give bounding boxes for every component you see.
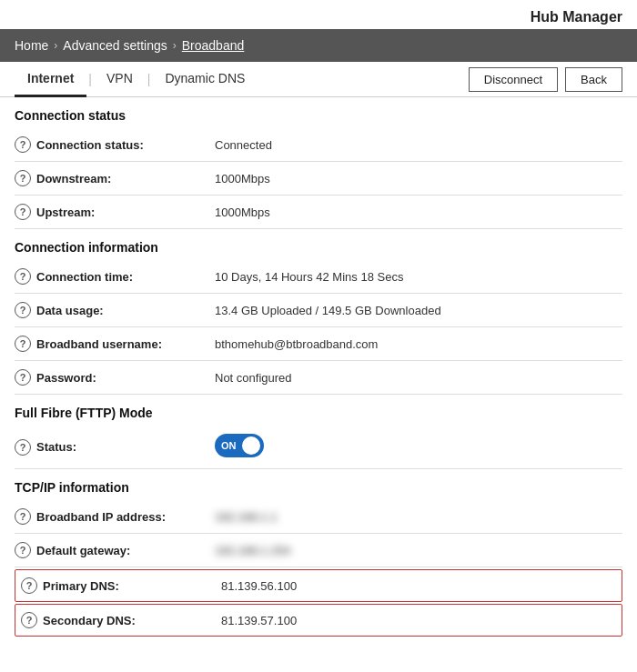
fttp-status-row: ? Status: ON <box>15 426 622 469</box>
password-label: Password: <box>36 371 96 385</box>
broadband-username-value: bthomehub@btbroadband.com <box>215 337 378 351</box>
data-usage-value: 13.4 GB Uploaded / 149.5 GB Downloaded <box>215 304 441 317</box>
connection-status-row: ? Connection status: Connected <box>15 128 622 162</box>
primary-dns-value: 81.139.56.100 <box>221 579 297 593</box>
toggle-on-label: ON <box>221 440 237 451</box>
broadband-ip-help-icon[interactable]: ? <box>15 508 31 525</box>
connection-time-row: ? Connection time: 10 Days, 14 Hours 42 … <box>15 260 622 294</box>
primary-dns-label: Primary DNS: <box>43 579 119 593</box>
fttp-status-help-icon[interactable]: ? <box>15 439 31 456</box>
tab-divider-2: | <box>146 72 153 86</box>
connection-status-help-icon[interactable]: ? <box>15 136 31 153</box>
back-button[interactable]: Back <box>565 67 622 92</box>
primary-dns-help-icon[interactable]: ? <box>21 577 37 594</box>
secondary-dns-label: Secondary DNS: <box>43 614 136 627</box>
secondary-dns-label-col: ? Secondary DNS: <box>21 612 221 628</box>
broadband-ip-value: 192.168.1.1 <box>215 510 278 524</box>
connection-time-help-icon[interactable]: ? <box>15 268 31 285</box>
downstream-help-icon[interactable]: ? <box>15 170 31 186</box>
fttp-status-label: Status: <box>36 440 76 454</box>
password-value: Not configured <box>215 371 292 385</box>
fttp-toggle[interactable]: ON <box>215 434 264 457</box>
breadcrumb-sep-2: › <box>173 39 177 52</box>
broadband-username-help-icon[interactable]: ? <box>15 336 31 352</box>
tcpip-info-title: TCP/IP information <box>15 469 622 500</box>
password-help-icon[interactable]: ? <box>15 369 31 386</box>
broadband-ip-label-col: ? Broadband IP address: <box>15 508 215 525</box>
main-content: Connection status ? Connection status: C… <box>0 97 637 653</box>
connection-time-value: 10 Days, 14 Hours 42 Mins 18 Secs <box>215 270 403 284</box>
upstream-label: Upstream: <box>36 206 95 219</box>
secondary-dns-value: 81.139.57.100 <box>221 614 297 627</box>
broadband-ip-row: ? Broadband IP address: 192.168.1.1 <box>15 500 622 534</box>
data-usage-label-col: ? Data usage: <box>15 302 215 318</box>
connection-info-title: Connection information <box>15 229 622 260</box>
data-usage-label: Data usage: <box>36 304 104 317</box>
downstream-label: Downstream: <box>36 172 111 186</box>
upstream-label-col: ? Upstream: <box>15 204 215 220</box>
tab-vpn[interactable]: VPN <box>94 62 146 97</box>
password-row: ? Password: Not configured <box>15 361 622 395</box>
fttp-toggle-col: ON <box>215 434 264 460</box>
connection-status-label-col: ? Connection status: <box>15 136 215 153</box>
fttp-status-label-col: ? Status: <box>15 439 215 456</box>
breadcrumb-advanced[interactable]: Advanced settings <box>63 38 167 53</box>
downstream-label-col: ? Downstream: <box>15 170 215 186</box>
default-gateway-help-icon[interactable]: ? <box>15 542 31 558</box>
broadband-ip-label: Broadband IP address: <box>36 510 166 524</box>
primary-dns-label-col: ? Primary DNS: <box>21 577 221 594</box>
fttp-mode-title: Full Fibre (FTTP) Mode <box>15 395 622 426</box>
connection-time-label: Connection time: <box>36 270 133 284</box>
downstream-row: ? Downstream: 1000Mbps <box>15 162 622 196</box>
downstream-value: 1000Mbps <box>215 172 270 186</box>
toggle-knob <box>242 436 260 455</box>
tab-bar: Internet | VPN | Dynamic DNS Disconnect … <box>0 62 637 97</box>
data-usage-row: ? Data usage: 13.4 GB Uploaded / 149.5 G… <box>15 294 622 327</box>
connection-status-value: Connected <box>215 138 272 152</box>
breadcrumb: Home › Advanced settings › Broadband <box>0 29 637 62</box>
disconnect-button[interactable]: Disconnect <box>469 67 558 92</box>
connection-status-label: Connection status: <box>36 138 144 152</box>
upstream-value: 1000Mbps <box>215 206 270 219</box>
connection-time-label-col: ? Connection time: <box>15 268 215 285</box>
tab-divider-1: | <box>86 72 94 86</box>
default-gateway-label-col: ? Default gateway: <box>15 542 215 558</box>
default-gateway-value: 192.168.1.254 <box>215 544 290 557</box>
data-usage-help-icon[interactable]: ? <box>15 302 31 318</box>
secondary-dns-row: ? Secondary DNS: 81.139.57.100 <box>15 604 622 637</box>
tab-internet[interactable]: Internet <box>15 62 86 97</box>
upstream-row: ? Upstream: 1000Mbps <box>15 196 622 229</box>
broadband-username-label-col: ? Broadband username: <box>15 336 215 352</box>
breadcrumb-sep-1: › <box>54 39 57 52</box>
tab-actions: Disconnect Back <box>469 67 622 92</box>
app-title: Hub Manager <box>0 0 637 29</box>
primary-dns-row: ? Primary DNS: 81.139.56.100 <box>15 569 622 602</box>
default-gateway-label: Default gateway: <box>36 544 130 557</box>
upstream-help-icon[interactable]: ? <box>15 204 31 220</box>
tab-dynamic-dns[interactable]: Dynamic DNS <box>152 62 258 97</box>
breadcrumb-current: Broadband <box>182 38 245 53</box>
connection-status-title: Connection status <box>15 97 622 128</box>
breadcrumb-home[interactable]: Home <box>15 38 48 53</box>
default-gateway-row: ? Default gateway: 192.168.1.254 <box>15 534 622 567</box>
secondary-dns-help-icon[interactable]: ? <box>21 612 37 628</box>
broadband-username-label: Broadband username: <box>36 337 162 351</box>
broadband-username-row: ? Broadband username: bthomehub@btbroadb… <box>15 327 622 361</box>
password-label-col: ? Password: <box>15 369 215 386</box>
